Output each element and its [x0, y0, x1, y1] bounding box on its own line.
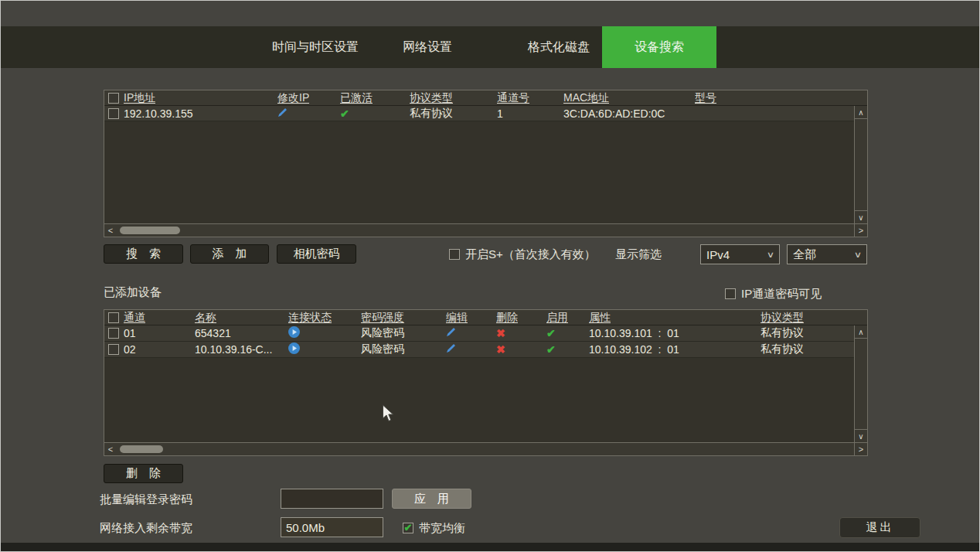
s-plus-checkbox[interactable] — [449, 249, 460, 260]
column-header-delete[interactable]: 删除 — [496, 311, 518, 325]
edit-icon[interactable] — [446, 327, 456, 339]
scroll-right-icon[interactable]: > — [854, 443, 867, 455]
table-row[interactable]: 01 654321 风险密码 ✖ ✔ 10.10.39.101 : 01 — [104, 325, 854, 342]
check-icon: ✔ — [404, 523, 413, 533]
column-header-ip[interactable]: IP地址 — [124, 91, 155, 105]
tab-time-timezone[interactable]: 时间与时区设置 — [257, 26, 373, 68]
scrollbar-thumb[interactable] — [120, 445, 163, 453]
ip-version-value: IPv4 — [706, 248, 730, 261]
cell-attribute: 10.10.39.101 : 01 — [589, 327, 679, 339]
cell-protocol: 私有协议 — [761, 326, 804, 340]
bandwidth-balance-option: ✔ 带宽均衡 — [403, 520, 465, 536]
added-devices-table: 通道 名称 连接状态 密码强度 编辑 删除 启用 属性 协议类型 01 6543… — [104, 309, 868, 456]
scroll-up-icon[interactable]: ∧ — [855, 106, 867, 119]
table-row[interactable]: 192.10.39.155 ✔ 私有协议 1 3C:DA:6D:AD:ED:0C — [104, 106, 854, 121]
cell-password-strength: 风险密码 — [361, 342, 404, 356]
chevron-down-icon: ∨ — [767, 250, 774, 260]
search-button[interactable]: 搜 索 — [104, 244, 183, 264]
vertical-scrollbar[interactable]: ∧ ∨ — [854, 106, 867, 223]
s-plus-option: 开启S+（首次接入有效） — [449, 247, 596, 262]
delete-icon[interactable]: ✖ — [496, 327, 505, 339]
ip-channel-password-option: IP通道密码可见 — [725, 286, 822, 302]
row-checkbox[interactable] — [108, 344, 119, 355]
column-header-name[interactable]: 名称 — [195, 311, 216, 325]
select-all-checkbox[interactable] — [108, 312, 119, 323]
edit-ip-icon[interactable] — [277, 107, 288, 120]
cell-channel-no: 1 — [497, 107, 503, 120]
added-table-body: 01 654321 风险密码 ✖ ✔ 10.10.39.101 : 01 — [104, 325, 867, 442]
delete-icon[interactable]: ✖ — [496, 343, 505, 356]
horizontal-scrollbar[interactable]: < > — [104, 223, 867, 237]
bandwidth-input[interactable] — [281, 517, 383, 537]
vertical-scrollbar[interactable]: ∧ ∨ — [854, 325, 867, 442]
scope-dropdown[interactable]: 全部 ∨ — [787, 244, 867, 264]
row-checkbox[interactable] — [108, 108, 119, 119]
table-row[interactable]: 02 10.10.39.16-C... 风险密码 ✖ ✔ 10.10.39.10… — [104, 342, 854, 358]
bandwidth-label: 网络接入剩余带宽 — [100, 521, 192, 536]
tab-device-search[interactable]: 设备搜索 — [602, 26, 716, 68]
column-header-protocol[interactable]: 协议类型 — [761, 311, 804, 325]
camera-password-button[interactable]: 相机密码 — [277, 244, 356, 264]
cell-protocol: 私有协议 — [761, 342, 804, 356]
tab-format-disk[interactable]: 格式化磁盘 — [501, 26, 617, 68]
scroll-left-icon[interactable]: < — [104, 224, 117, 237]
scroll-left-icon[interactable]: < — [104, 443, 117, 455]
scroll-down-icon[interactable]: ∨ — [855, 429, 867, 442]
scroll-down-icon[interactable]: ∨ — [855, 210, 867, 223]
column-header-edit[interactable]: 编辑 — [446, 311, 468, 325]
delete-button[interactable]: 删 除 — [104, 464, 183, 483]
activated-check-icon: ✔ — [340, 107, 349, 120]
select-all-checkbox[interactable] — [108, 93, 119, 104]
bottom-strip — [1, 543, 979, 551]
tab-network[interactable]: 网络设置 — [369, 26, 485, 68]
column-header-protocol[interactable]: 协议类型 — [410, 91, 453, 105]
cell-ip: 192.10.39.155 — [124, 107, 193, 120]
s-plus-label: 开启S+（首次接入有效） — [465, 247, 596, 262]
cell-name: 654321 — [195, 327, 231, 339]
cell-attribute: 10.10.39.102 : 01 — [589, 343, 679, 356]
bandwidth-balance-label: 带宽均衡 — [419, 521, 465, 536]
scroll-right-icon[interactable]: > — [854, 224, 867, 237]
column-header-channel[interactable]: 通道 — [124, 311, 145, 325]
column-header-modify-ip[interactable]: 修改IP — [277, 91, 309, 105]
row-checkbox[interactable] — [108, 328, 119, 339]
scope-value: 全部 — [793, 247, 816, 262]
bandwidth-balance-checkbox[interactable]: ✔ — [403, 523, 413, 533]
connection-status-play-icon[interactable] — [288, 326, 300, 340]
enable-check-icon[interactable]: ✔ — [546, 343, 556, 356]
batch-password-label: 批量编辑登录密码 — [100, 492, 192, 507]
settings-tabbar: 时间与时区设置 网络设置 格式化磁盘 设备搜索 — [1, 26, 979, 68]
ip-channel-password-checkbox[interactable] — [725, 288, 736, 299]
device-search-window: 时间与时区设置 网络设置 格式化磁盘 设备搜索 IP地址 修改IP 已激活 协议… — [0, 0, 980, 552]
column-header-enable[interactable]: 启用 — [546, 311, 568, 325]
column-header-mac[interactable]: MAC地址 — [563, 91, 609, 105]
batch-password-input[interactable] — [281, 489, 383, 509]
column-header-activated[interactable]: 已激活 — [340, 91, 373, 105]
chevron-down-icon: ∨ — [854, 250, 862, 260]
search-table-header: IP地址 修改IP 已激活 协议类型 通道号 MAC地址 型号 — [104, 90, 867, 106]
ip-channel-password-label: IP通道密码可见 — [741, 287, 822, 302]
column-header-password-strength[interactable]: 密码强度 — [361, 311, 404, 325]
filter-label: 显示筛选 — [615, 247, 662, 262]
ip-version-dropdown[interactable]: IPv4 ∨ — [700, 244, 780, 264]
scroll-up-icon[interactable]: ∧ — [855, 325, 867, 339]
added-table-header: 通道 名称 连接状态 密码强度 编辑 删除 启用 属性 协议类型 — [104, 310, 867, 325]
connection-status-play-icon[interactable] — [288, 342, 300, 356]
cell-mac: 3C:DA:6D:AD:ED:0C — [563, 107, 665, 120]
add-button[interactable]: 添 加 — [190, 244, 269, 264]
edit-icon[interactable] — [446, 343, 456, 356]
apply-button[interactable]: 应 用 — [392, 489, 471, 509]
column-header-channel-no[interactable]: 通道号 — [497, 91, 529, 105]
scrollbar-thumb[interactable] — [120, 227, 180, 234]
horizontal-scrollbar[interactable]: < > — [104, 442, 867, 455]
cell-channel: 02 — [124, 343, 136, 356]
column-header-model[interactable]: 型号 — [695, 91, 716, 105]
cell-password-strength: 风险密码 — [361, 326, 404, 340]
search-table-body: 192.10.39.155 ✔ 私有协议 1 3C:DA:6D:AD:ED:0C… — [104, 106, 867, 223]
column-header-connection[interactable]: 连接状态 — [288, 311, 332, 325]
column-header-attribute[interactable]: 属性 — [589, 311, 611, 325]
exit-button[interactable]: 退出 — [839, 517, 920, 538]
cell-channel: 01 — [124, 327, 136, 339]
search-results-table: IP地址 修改IP 已激活 协议类型 通道号 MAC地址 型号 192.10.3… — [104, 90, 868, 237]
enable-check-icon[interactable]: ✔ — [546, 327, 556, 339]
